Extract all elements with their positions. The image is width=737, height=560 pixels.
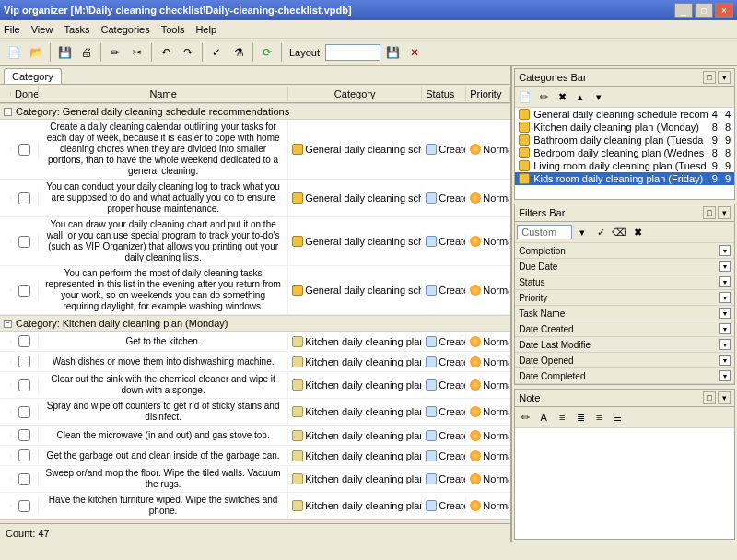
filter-row[interactable]: Status▾ [515,274,734,290]
filter-clear-button[interactable]: ⌫ [611,224,627,240]
undo-button[interactable]: ↶ [156,42,176,63]
menu-file[interactable]: File [4,24,20,35]
filter-dropdown-icon[interactable]: ▾ [719,355,731,366]
filter-row[interactable]: Date Opened▾ [515,353,734,368]
group-row[interactable]: −Category: General daily cleaning schedu… [0,103,510,120]
task-row[interactable]: You can conduct your daily cleaning log … [0,180,510,217]
panel-pin-icon[interactable]: □ [703,391,716,404]
task-row[interactable]: Have the kitchen furniture wiped. Wipe t… [0,493,510,519]
task-row[interactable]: Get to the kitchen.Kitchen daily cleanin… [0,332,510,352]
filter-dd-icon[interactable]: ▾ [574,224,591,240]
cat-edit-button[interactable]: ✏ [535,88,552,105]
task-row[interactable]: You can perform the most of daily cleani… [0,266,510,315]
task-row[interactable]: Clean the microwave (in and out) and gas… [0,426,510,446]
print-button[interactable]: 🖨 [76,42,97,63]
note-list-button[interactable]: ☰ [609,409,626,426]
filter-button[interactable]: ⚗ [228,42,249,63]
panel-menu-icon[interactable]: ▾ [718,391,731,404]
menu-view[interactable]: View [31,24,53,35]
done-checkbox[interactable] [18,406,30,418]
col-category[interactable]: Category [288,87,422,101]
maximize-button[interactable]: □ [695,3,713,18]
done-checkbox[interactable] [18,144,30,156]
col-done[interactable]: Done [11,87,39,101]
done-checkbox[interactable] [18,429,30,441]
done-checkbox[interactable] [18,473,30,485]
layout-save-button[interactable]: 💾 [382,42,403,63]
menu-tasks[interactable]: Tasks [64,24,89,35]
panel-pin-icon[interactable]: □ [703,206,716,219]
note-edit-button[interactable]: ✏ [517,409,533,426]
task-row[interactable]: Sweep or/and mop the floor. Wipe the til… [0,466,510,493]
layout-input[interactable] [325,44,380,61]
minimize-button[interactable]: _ [674,3,693,18]
filter-dropdown-icon[interactable]: ▾ [719,276,731,287]
filter-row[interactable]: Date Created▾ [515,321,734,337]
task-row[interactable]: Wash dishes or move them into dishwashin… [0,352,510,372]
done-checkbox[interactable] [18,379,30,391]
filter-preset-dropdown[interactable]: Custom [517,225,572,239]
panel-menu-icon[interactable]: ▾ [718,71,731,84]
category-item[interactable]: Kitchen daily cleaning plan (Monday)88 [515,121,734,134]
done-checkbox[interactable] [18,335,30,347]
edit-button[interactable]: ✏ [105,42,125,63]
task-row[interactable]: Clear out the sink with the chemical cle… [0,372,510,399]
refresh-button[interactable]: ⟳ [257,42,277,63]
filter-dropdown-icon[interactable]: ▾ [719,323,731,334]
cat-new-button[interactable]: 📄 [517,88,533,105]
category-item[interactable]: General daily cleaning schedule recom44 [515,108,734,121]
done-checkbox[interactable] [18,236,30,248]
save-button[interactable]: 💾 [54,42,75,63]
cut-button[interactable]: ✂ [127,42,147,63]
col-status[interactable]: Status [422,87,466,101]
note-align-center-icon[interactable]: ≣ [572,409,589,426]
task-row[interactable]: Spray and wipe off counters to get rid o… [0,399,510,426]
check-button[interactable]: ✓ [206,42,227,63]
cat-up-button[interactable]: ▴ [572,88,589,105]
layout-delete-button[interactable]: ✕ [404,42,425,63]
categories-list[interactable]: General daily cleaning schedule recom44K… [515,108,734,199]
filter-del-button[interactable]: ✖ [629,224,646,240]
panel-pin-icon[interactable]: □ [703,71,716,84]
cat-down-button[interactable]: ▾ [591,88,607,105]
redo-button[interactable]: ↷ [178,42,198,63]
menu-help[interactable]: Help [195,24,216,35]
grid-body[interactable]: −Category: General daily cleaning schedu… [0,103,510,523]
cat-del-button[interactable]: ✖ [554,88,570,105]
task-row[interactable]: Get the garbage out and clean inside of … [0,446,510,466]
new-button[interactable]: 📄 [4,42,24,63]
filter-dropdown-icon[interactable]: ▾ [719,339,731,350]
filter-dropdown-icon[interactable]: ▾ [719,292,731,303]
open-button[interactable]: 📂 [26,42,46,63]
filter-dropdown-icon[interactable]: ▾ [719,308,731,319]
done-checkbox[interactable] [18,192,30,204]
menu-tools[interactable]: Tools [161,24,185,35]
tab-category[interactable]: Category [4,68,62,84]
note-font-button[interactable]: A [535,409,552,426]
col-name[interactable]: Name [39,87,288,101]
note-align-right-icon[interactable]: ≡ [591,409,607,426]
filter-row[interactable]: Due Date▾ [515,259,734,274]
filter-dropdown-icon[interactable]: ▾ [719,370,731,381]
filter-row[interactable]: Priority▾ [515,290,734,306]
done-checkbox[interactable] [18,285,30,297]
col-priority[interactable]: Priority [466,87,510,101]
task-row[interactable]: Create a daily cleaning calendar outlini… [0,120,510,180]
category-item[interactable]: Bedroom daily cleaning plan (Wednes88 [515,146,734,159]
close-button[interactable]: × [715,3,733,18]
task-row[interactable]: You can draw your daily cleaning chart a… [0,217,510,266]
filter-row[interactable]: Date Completed▾ [515,368,734,384]
expand-icon[interactable]: − [4,320,12,328]
filter-dropdown-icon[interactable]: ▾ [719,245,731,256]
filter-row[interactable]: Task Name▾ [515,306,734,321]
note-align-left-icon[interactable]: ≡ [554,409,570,426]
filter-dropdown-icon[interactable]: ▾ [719,261,731,272]
filter-row[interactable]: Completion▾ [515,243,734,259]
expand-icon[interactable]: − [4,108,12,116]
done-checkbox[interactable] [18,500,30,512]
group-row[interactable]: −Category: Kitchen daily cleaning plan (… [0,315,510,332]
done-checkbox[interactable] [18,356,30,368]
panel-menu-icon[interactable]: ▾ [718,206,731,219]
done-checkbox[interactable] [18,449,30,461]
filter-row[interactable]: Date Last Modifie▾ [515,337,734,353]
